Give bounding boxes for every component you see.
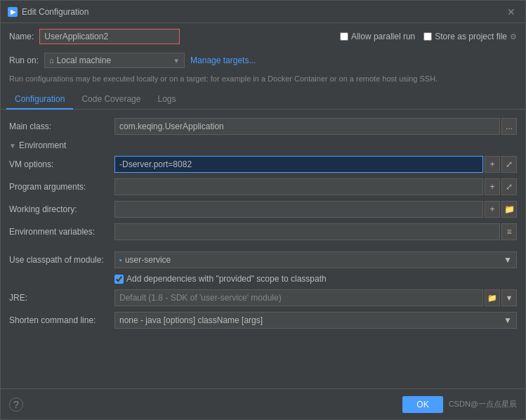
shorten-cmd-select[interactable]: none - java [options] className [args] ▼ [114,312,517,329]
vm-options-input[interactable] [114,156,483,173]
jre-input-group: 📁 ▼ [114,289,517,306]
manage-targets-link[interactable]: Manage targets... [190,55,256,65]
main-class-label: Main class: [9,122,114,131]
shorten-cmd-input-group: none - java [options] className [args] ▼ [114,312,517,329]
vm-options-input-group: + ⤢ [114,156,517,173]
home-icon: ⌂ [49,56,54,65]
allow-parallel-label: Allow parallel run [351,32,415,41]
info-text: Run configurations may be executed local… [1,71,525,90]
tab-configuration[interactable]: Configuration [6,90,73,110]
select-arrow-icon: ▼ [173,57,180,65]
dialog-title: Edit Configuration [22,7,88,17]
module-select-arrow-icon: ▼ [504,255,512,265]
jre-dropdown-button[interactable]: ▼ [501,289,517,306]
allow-parallel-checkbox[interactable] [340,32,348,41]
vm-options-row: VM options: + ⤢ [1,153,525,176]
title-bar-left: ▶ Edit Configuration [8,7,88,17]
jre-folder-button[interactable]: 📁 [485,289,500,306]
allow-parallel-item: Allow parallel run [340,32,415,41]
title-bar: ▶ Edit Configuration ✕ [1,1,525,23]
env-vars-list-button[interactable]: ≡ [501,223,517,240]
env-vars-input-group: ≡ [114,223,517,240]
shorten-cmd-label: Shorten command line: [9,315,114,325]
run-on-inner: ⌂ Local machine [49,55,111,65]
shorten-cmd-row: Shorten command line: none - java [optio… [1,309,525,332]
working-dir-row: Working directory: + 📁 [1,198,525,221]
program-args-expand-button[interactable]: ⤢ [501,178,517,195]
tab-code-coverage[interactable]: Code Coverage [73,90,149,110]
working-dir-input[interactable] [114,201,483,218]
help-button[interactable]: ? [9,398,23,412]
program-args-plus-button[interactable]: + [485,178,500,195]
store-icon: ⚙ [510,32,517,41]
jre-row: JRE: 📁 ▼ [1,287,525,309]
ok-button[interactable]: OK [402,396,442,413]
machine-label: Local machine [57,55,111,65]
program-args-input[interactable] [114,178,483,195]
program-args-row: Program arguments: + ⤢ [1,176,525,198]
env-vars-row: Environment variables: ≡ [1,221,525,243]
main-class-input[interactable] [114,118,500,135]
checkbox-group: Allow parallel run Store as project file… [340,32,517,41]
vm-options-expand-button[interactable]: ⤢ [501,156,517,173]
run-on-label: Run on: [9,55,39,65]
name-input[interactable] [39,29,180,44]
vm-options-label: VM options: [9,159,114,169]
store-as-project-item: Store as project file ⚙ [423,32,517,41]
jre-label: JRE: [9,293,114,303]
footer: ? OK CSDN@一点点星辰 [1,388,525,419]
classpath-module-row: Use classpath of module: ▪ user-service … [1,249,525,271]
main-class-input-group: ... [114,118,517,135]
add-deps-checkbox[interactable] [114,275,124,284]
tab-logs[interactable]: Logs [149,90,184,110]
module-inner: ▪ user-service [119,255,171,265]
environment-label: Environment [19,140,66,150]
tabs-bar: Configuration Code Coverage Logs [1,90,525,110]
store-as-project-label: Store as project file [435,32,507,41]
add-deps-row: Add dependencies with "provided" scope t… [1,271,525,287]
run-on-select[interactable]: ⌂ Local machine ▼ [44,53,185,68]
working-dir-input-group: + 📁 [114,201,517,218]
classpath-module-label: Use classpath of module: [9,255,114,265]
run-on-row: Run on: ⌂ Local machine ▼ Manage targets… [1,50,525,71]
app-icon: ▶ [8,7,18,17]
env-vars-label: Environment variables: [9,227,114,237]
watermark: CSDN@一点点星辰 [449,399,517,409]
working-dir-folder-button[interactable]: 📁 [501,201,517,218]
classpath-module-select[interactable]: ▪ user-service ▼ [114,251,517,268]
environment-section-header[interactable]: ▼ Environment [1,138,525,153]
main-class-browse-button[interactable]: ... [501,118,517,135]
add-deps-label: Add dependencies with "provided" scope t… [126,274,327,284]
vm-options-plus-button[interactable]: + [485,156,500,173]
close-button[interactable]: ✕ [504,5,518,19]
store-as-project-checkbox[interactable] [423,32,432,41]
program-args-label: Program arguments: [9,182,114,192]
module-icon: ▪ [119,256,122,264]
jre-input[interactable] [114,289,483,306]
env-vars-input[interactable] [114,223,500,240]
separator-1 [1,243,525,249]
working-dir-label: Working directory: [9,204,114,214]
name-label: Name: [9,32,34,41]
module-name: user-service [125,255,171,265]
name-row: Name: Allow parallel run Store as projec… [1,23,525,50]
main-class-row: Main class: ... [1,115,525,138]
edit-configuration-dialog: ▶ Edit Configuration ✕ Name: Allow paral… [0,0,526,420]
footer-right: OK CSDN@一点点星辰 [402,396,517,413]
shorten-cmd-value: none - java [options] className [args] [119,315,263,325]
collapse-arrow-icon: ▼ [9,142,16,150]
content-area: Main class: ... ▼ Environment VM options… [1,110,525,388]
working-dir-plus-button[interactable]: + [485,201,500,218]
shorten-cmd-arrow-icon: ▼ [504,315,512,325]
program-args-input-group: + ⤢ [114,178,517,195]
